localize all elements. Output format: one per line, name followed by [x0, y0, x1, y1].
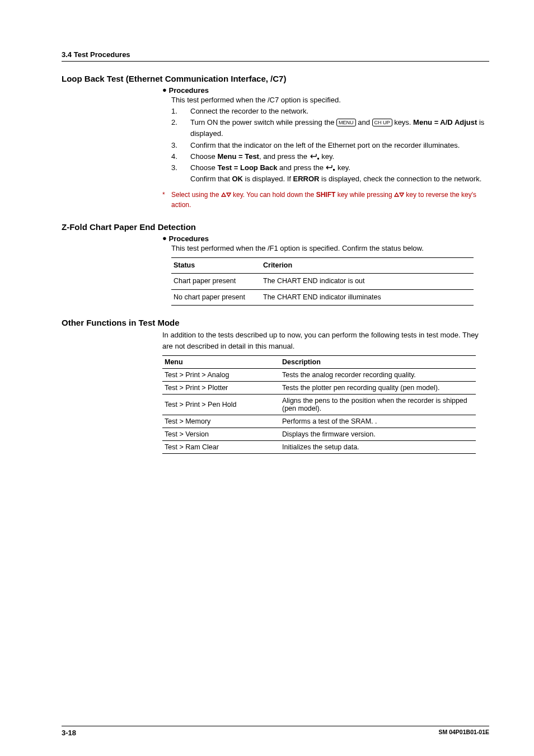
updown-key-icon: [221, 191, 231, 199]
table-row: Test > Print > Analog Tests the analog r…: [162, 369, 476, 382]
text-frag: Choose: [190, 152, 217, 161]
cell: Test > Version: [162, 428, 280, 441]
step: 3. Confirm that the indicator on the lef…: [171, 140, 489, 151]
page-footer: 3-18 SM 04P01B01-01E: [62, 726, 489, 737]
text-frag: key while pressing: [335, 191, 394, 199]
cell: Test > Ram Clear: [162, 441, 280, 454]
heading-other: Other Functions in Test Mode: [62, 318, 489, 327]
page-number: 3-18: [62, 729, 76, 737]
bold-text: OK: [232, 175, 243, 183]
col-criterion: Criterion: [261, 258, 474, 274]
text-frag: Choose: [190, 163, 217, 172]
text-frag: is displayed, check the connection to th…: [319, 175, 481, 183]
bold-text: SHIFT: [316, 191, 336, 199]
bold-text: ERROR: [293, 175, 320, 183]
cell: Initializes the setup data.: [280, 441, 476, 454]
updown-key-icon: [394, 191, 404, 199]
step-number: 3.: [171, 140, 190, 151]
cell: Displays the firmware version.: [280, 428, 476, 441]
text-frag: and press the: [277, 163, 325, 172]
footnote-text: Select using the key. You can hold down …: [171, 190, 489, 210]
col-menu: Menu: [162, 356, 280, 369]
step-text: Connect the recorder to the network.: [190, 106, 489, 117]
chup-key-icon: CH UP: [372, 119, 392, 126]
table-row: Test > Ram Clear Initializes the setup d…: [162, 441, 476, 454]
document-id: SM 04P01B01-01E: [439, 729, 489, 737]
cell: Test > Memory: [162, 415, 280, 428]
other-intro: In addition to the tests described up to…: [162, 330, 489, 352]
heading-loopback: Loop Back Test (Ethernet Communication I…: [62, 74, 489, 83]
step-text: Choose Menu = Test, and press the key.: [190, 151, 489, 162]
cell: The CHART END indicator is out: [261, 274, 474, 289]
cell: Test > Print > Pen Hold: [162, 395, 280, 415]
other-table: Menu Description Test > Print > Analog T…: [162, 355, 476, 454]
table-row: No chart paper present The CHART END ind…: [171, 289, 474, 305]
table-row: Chart paper present The CHART END indica…: [171, 274, 474, 289]
text-frag: Confirm that: [190, 175, 232, 183]
heading-zfold: Z-Fold Chart Paper End Detection: [62, 222, 489, 232]
step-number: 1.: [171, 106, 190, 117]
table-header-row: Status Criterion: [171, 258, 474, 274]
procedures-heading: ● Procedures: [162, 234, 489, 243]
step-text: Choose Test = Loop Back and press the ke…: [190, 162, 489, 185]
step: 4. Choose Menu = Test, and press the key…: [171, 151, 489, 162]
step-text: Turn ON the power switch while pressing …: [190, 117, 489, 139]
loopback-intro: This test performed when the /C7 option …: [171, 95, 489, 106]
menu-key-icon: MENU: [336, 119, 356, 126]
zfold-intro: This test performed when the /F1 option …: [171, 243, 489, 254]
step: 2. Turn ON the power switch while pressi…: [171, 117, 489, 139]
step-number: 4.: [171, 151, 190, 162]
text-frag: Turn ON the power switch while pressing …: [190, 118, 336, 126]
cell: The CHART END indicator illuminates: [261, 289, 474, 305]
step: 1. Connect the recorder to the network.: [171, 106, 489, 117]
cell: No chart paper present: [171, 289, 261, 305]
table-row: Test > Print > Plotter Tests the plotter…: [162, 382, 476, 395]
col-status: Status: [171, 258, 261, 274]
text-frag: key. You can hold down the: [231, 191, 316, 199]
bold-text: Menu = A/D Adjust: [413, 118, 477, 126]
cell: Aligns the pens to the position when the…: [280, 395, 476, 415]
asterisk-icon: *: [162, 190, 171, 210]
bold-text: Menu = Test: [217, 152, 259, 161]
enter-key-icon: [310, 152, 320, 161]
step: 3. Choose Test = Loop Back and press the…: [171, 162, 489, 185]
procedures-label: Procedures: [168, 234, 209, 243]
table-row: Test > Memory Performs a test of the SRA…: [162, 415, 476, 428]
cell: Test > Print > Plotter: [162, 382, 280, 395]
section-header: 3.4 Test Procedures: [62, 50, 489, 62]
bullet-icon: ●: [162, 86, 167, 94]
bold-text: Test = Loop Back: [217, 163, 277, 172]
text-frag: keys.: [392, 118, 414, 126]
col-description: Description: [280, 356, 476, 369]
text-frag: , and press the: [259, 152, 310, 161]
text-frag: key.: [335, 163, 350, 172]
bullet-icon: ●: [162, 234, 167, 242]
cell: Chart paper present: [171, 274, 261, 289]
table-row: Test > Print > Pen Hold Aligns the pens …: [162, 395, 476, 415]
step-number: 2.: [171, 117, 190, 139]
cell: Tests the analog recorder recording qual…: [280, 369, 476, 382]
text-frag: Select using the: [171, 191, 221, 199]
page: 3.4 Test Procedures Loop Back Test (Ethe…: [0, 0, 534, 756]
enter-key-icon: [325, 163, 335, 172]
zfold-table: Status Criterion Chart paper present The…: [171, 257, 474, 306]
table-row: Test > Version Displays the firmware ver…: [162, 428, 476, 441]
text-frag: is displayed. If: [243, 175, 293, 183]
procedures-label: Procedures: [168, 86, 209, 95]
cell: Tests the plotter pen recording quality …: [280, 382, 476, 395]
text-frag: and: [356, 118, 372, 126]
footnote: * Select using the key. You can hold dow…: [162, 190, 489, 210]
step-text: Confirm that the indicator on the left o…: [190, 140, 489, 151]
text-frag: key.: [320, 152, 335, 161]
table-header-row: Menu Description: [162, 356, 476, 369]
cell: Test > Print > Analog: [162, 369, 280, 382]
step-number: 3.: [171, 162, 190, 185]
cell: Performs a test of the SRAM. .: [280, 415, 476, 428]
procedures-heading: ● Procedures: [162, 86, 489, 95]
